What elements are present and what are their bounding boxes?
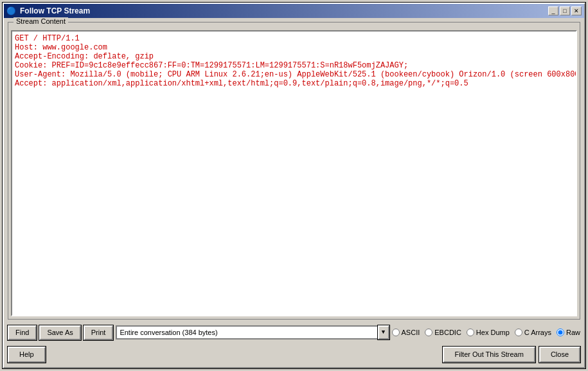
radio-raw[interactable] — [557, 329, 564, 336]
radio-hexdump[interactable] — [467, 329, 474, 336]
radio-label-ebcdic[interactable]: EBCDIC — [425, 329, 461, 336]
radio-label-raw[interactable]: Raw — [557, 329, 580, 336]
radio-ebcdic[interactable] — [425, 329, 432, 336]
radio-label-carrays[interactable]: C Arrays — [515, 329, 551, 336]
title-bar-text: 🔵 Follow TCP Stream — [6, 6, 90, 15]
radio-carrays[interactable] — [515, 329, 522, 336]
minimize-button[interactable]: _ — [548, 6, 558, 15]
title-bar: 🔵 Follow TCP Stream _ □ ✕ — [4, 4, 584, 18]
radio-label-text-hexdump: Hex Dump — [476, 329, 510, 336]
stream-content-group: Stream Content GET / HTTP/1.1 Host: www.… — [8, 22, 580, 320]
main-window: 🔵 Follow TCP Stream _ □ ✕ Stream Content… — [3, 3, 585, 368]
title-buttons: _ □ ✕ — [548, 6, 582, 15]
radio-label-ascii[interactable]: ASCII — [392, 329, 420, 336]
radio-label-text-ascii: ASCII — [402, 329, 420, 336]
window-content: Stream Content GET / HTTP/1.1 Host: www.… — [4, 18, 584, 367]
dropdown-arrow-button[interactable]: ▼ — [378, 325, 389, 339]
radio-label-text-carrays: C Arrays — [524, 329, 551, 336]
help-button[interactable]: Help — [8, 347, 46, 363]
dropdown-input[interactable] — [116, 325, 377, 339]
window-title: Follow TCP Stream — [20, 6, 90, 15]
bottom-bar: Find Save As Print ▼ ASCIIEBCDICHex Dump… — [8, 323, 580, 341]
radio-label-text-ebcdic: EBCDIC — [434, 329, 461, 336]
radio-label-text-raw: Raw — [566, 329, 580, 336]
close-button[interactable]: ✕ — [571, 6, 582, 15]
footer-left: Help — [8, 347, 46, 363]
footer-right: Filter Out This Stream Close — [443, 347, 580, 363]
conversation-dropdown[interactable]: ▼ — [116, 325, 389, 339]
window-icon: 🔵 — [6, 6, 16, 15]
encoding-radio-group: ASCIIEBCDICHex DumpC ArraysRaw — [392, 329, 580, 336]
radio-ascii[interactable] — [392, 329, 400, 336]
save-as-button[interactable]: Save As — [39, 325, 80, 340]
filter-out-button[interactable]: Filter Out This Stream — [443, 347, 535, 363]
radio-label-hexdump[interactable]: Hex Dump — [467, 329, 510, 336]
group-box-legend: Stream Content — [13, 17, 68, 25]
footer-bar: Help Filter Out This Stream Close — [8, 344, 580, 363]
close-dialog-button[interactable]: Close — [539, 347, 580, 363]
maximize-button[interactable]: □ — [560, 6, 570, 15]
find-button[interactable]: Find — [8, 325, 37, 340]
stream-text-area[interactable]: GET / HTTP/1.1 Host: www.google.com Acce… — [11, 30, 577, 316]
print-button[interactable]: Print — [84, 325, 114, 340]
